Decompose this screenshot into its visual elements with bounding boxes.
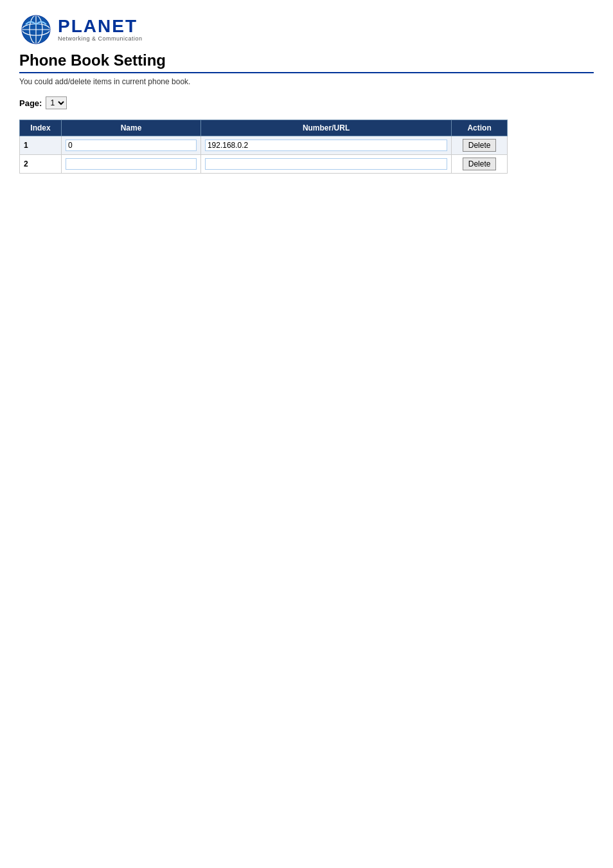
planet-logo-icon [19,13,53,46]
cell-index: 1 [20,136,62,155]
phone-book-table: Index Name Number/URL Action 1Delete2Del… [19,120,508,174]
table-header-row: Index Name Number/URL Action [20,120,508,136]
col-header-action: Action [452,120,508,136]
table-row: 2Delete [20,155,508,174]
table-row: 1Delete [20,136,508,155]
cell-number [200,155,451,174]
page-selector: Page: 1 2 3 [19,96,594,109]
cell-number [200,136,451,155]
number-input[interactable] [205,158,447,170]
page-description: You could add/delete items in current ph… [19,77,594,86]
page-title: Phone Book Setting [19,51,594,73]
logo-subtitle-label: Networking & Communication [58,35,143,42]
cell-action: Delete [452,136,508,155]
page-select[interactable]: 1 2 3 [46,96,67,109]
logo-planet-label: PLANET [58,17,143,35]
logo-container: PLANET Networking & Communication [19,13,594,46]
cell-name [62,155,201,174]
cell-action: Delete [452,155,508,174]
cell-index: 2 [20,155,62,174]
name-input[interactable] [66,140,197,151]
logo-text: PLANET Networking & Communication [58,17,143,42]
number-input[interactable] [205,140,447,151]
delete-button[interactable]: Delete [463,139,497,152]
name-input[interactable] [66,158,197,170]
col-header-number: Number/URL [200,120,451,136]
page-label: Page: [19,98,42,108]
col-header-index: Index [20,120,62,136]
delete-button[interactable]: Delete [463,158,497,170]
cell-name [62,136,201,155]
col-header-name: Name [62,120,201,136]
